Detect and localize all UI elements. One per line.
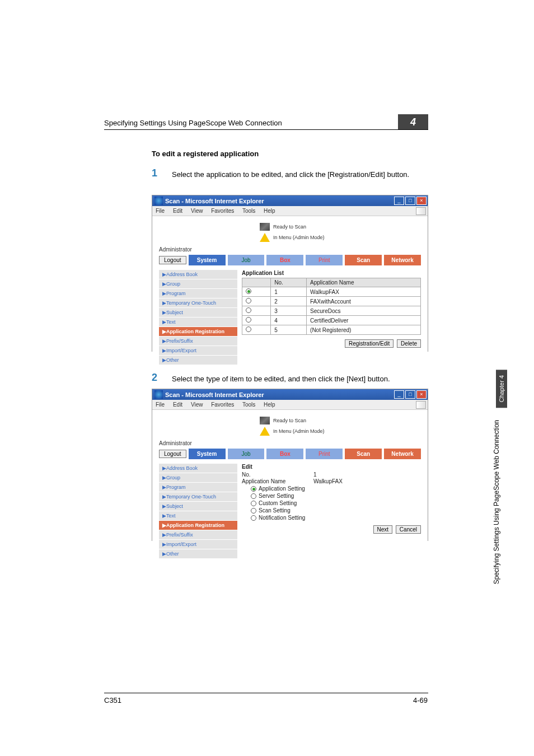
cell-no: 4 (271, 316, 307, 325)
sidebar-item-address-book[interactable]: ▶Address Book (159, 464, 237, 473)
sidebar-item-text[interactable]: ▶Text (159, 511, 237, 521)
cell-name: SecureDocs (307, 306, 421, 316)
tab-print[interactable]: Print (306, 449, 343, 459)
registration-edit-button[interactable]: Registration/Edit (345, 339, 394, 348)
step-text-2: Select the type of item to be edited, an… (172, 374, 435, 384)
sidebar-item-temporary[interactable]: ▶Temporary One-Touch (159, 492, 237, 502)
ie-menubar[interactable]: File Edit View Favorites Tools Help (152, 206, 428, 216)
delete-button[interactable]: Delete (397, 339, 421, 348)
radio-row-2[interactable] (246, 298, 251, 304)
sidebar-item-group[interactable]: ▶Group (159, 473, 237, 483)
tab-scan[interactable]: Scan (345, 449, 382, 459)
opt-custom-setting: Custom Setting (259, 500, 297, 506)
sidebar-item-program[interactable]: ▶Program (159, 289, 237, 298)
close-icon[interactable]: × (416, 197, 427, 205)
panel-heading: Application List (242, 270, 421, 276)
tab-system[interactable]: System (189, 255, 226, 265)
opt-notification-setting: Notification Setting (259, 515, 305, 521)
sidebar-item-temporary[interactable]: ▶Temporary One-Touch (159, 298, 237, 308)
device-icon (260, 223, 270, 231)
tab-box[interactable]: Box (266, 449, 303, 459)
menu-view[interactable]: View (191, 208, 203, 214)
footer-rule (104, 693, 428, 693)
sidebar-item-prefix[interactable]: ▶Prefix/Suffix (159, 530, 237, 540)
tab-scan[interactable]: Scan (345, 255, 382, 265)
sidebar-item-group[interactable]: ▶Group (159, 279, 237, 289)
radio-row-4[interactable] (246, 317, 251, 323)
table-row[interactable]: 1WalkupFAX (242, 287, 421, 297)
tab-job[interactable]: Job (228, 255, 265, 265)
menu-favorites[interactable]: Favorites (211, 208, 234, 214)
radio-app-setting[interactable] (251, 486, 256, 492)
sidebar-item-import-export[interactable]: ▶Import/Export (159, 346, 237, 356)
sidebar-item-prefix[interactable]: ▶Prefix/Suffix (159, 337, 237, 346)
side-menu: ▶Address Book ▶Group ▶Program ▶Temporary… (159, 464, 237, 559)
next-button[interactable]: Next (373, 525, 393, 534)
tab-job[interactable]: Job (228, 449, 265, 459)
maximize-icon[interactable]: □ (405, 197, 415, 205)
step-number-1: 1 (152, 167, 157, 179)
menu-favorites[interactable]: Favorites (211, 402, 234, 408)
radio-server-setting[interactable] (251, 493, 256, 499)
minimize-icon[interactable]: _ (394, 390, 404, 399)
menu-edit[interactable]: Edit (173, 402, 182, 408)
menu-tools[interactable]: Tools (242, 208, 255, 214)
radio-notification-setting[interactable] (251, 515, 256, 521)
cell-no: 3 (271, 306, 307, 316)
sidebar-item-app-registration[interactable]: ▶Application Registration (159, 327, 237, 337)
menu-tools[interactable]: Tools (242, 402, 255, 408)
status-ready: Ready to Scan (273, 224, 306, 230)
logout-button[interactable]: Logout (159, 450, 186, 458)
menu-help[interactable]: Help (264, 208, 275, 214)
sidebar-item-import-export[interactable]: ▶Import/Export (159, 540, 237, 549)
table-row[interactable]: 3SecureDocs (242, 306, 421, 316)
ie-menubar[interactable]: File Edit View Favorites Tools Help (152, 400, 428, 410)
opt-app-setting: Application Setting (259, 486, 305, 492)
menu-help[interactable]: Help (264, 402, 275, 408)
radio-row-5[interactable] (246, 326, 251, 332)
tab-network[interactable]: Network (384, 255, 421, 265)
sidebar-item-other[interactable]: ▶Other (159, 549, 237, 559)
close-icon[interactable]: × (416, 390, 427, 399)
tab-box[interactable]: Box (266, 255, 303, 265)
running-header: Specifying Settings Using PageScope Web … (104, 119, 282, 127)
warning-icon (260, 427, 270, 436)
window-title: Scan - Microsoft Internet Explorer (165, 391, 264, 398)
sidebar-item-subject[interactable]: ▶Subject (159, 308, 237, 318)
ie-throbber-icon (416, 401, 426, 409)
tab-network[interactable]: Network (384, 449, 421, 459)
tab-print[interactable]: Print (306, 255, 343, 265)
menu-edit[interactable]: Edit (173, 208, 182, 214)
status-mode: In Menu (Admin Mode) (273, 235, 325, 240)
radio-custom-setting[interactable] (251, 501, 256, 506)
footer-page: 4-69 (413, 696, 428, 704)
section-title: To edit a registered application (152, 150, 259, 158)
sidebar-item-program[interactable]: ▶Program (159, 483, 237, 492)
radio-scan-setting[interactable] (251, 508, 256, 514)
table-row[interactable]: 5(Not Registered) (242, 325, 421, 335)
cell-name: WalkupFAX (307, 287, 421, 297)
status-mode: In Menu (Admin Mode) (273, 428, 325, 434)
maximize-icon[interactable]: □ (405, 390, 415, 399)
tab-system[interactable]: System (189, 449, 226, 459)
minimize-icon[interactable]: _ (394, 197, 404, 205)
window-title: Scan - Microsoft Internet Explorer (165, 198, 264, 204)
sidebar-item-app-registration[interactable]: ▶Application Registration (159, 521, 237, 530)
sidebar-item-other[interactable]: ▶Other (159, 356, 237, 365)
sidebar-item-address-book[interactable]: ▶Address Book (159, 270, 237, 279)
radio-row-1[interactable] (246, 288, 251, 294)
menu-view[interactable]: View (191, 402, 203, 408)
sidebar-item-subject[interactable]: ▶Subject (159, 502, 237, 511)
logout-button[interactable]: Logout (159, 256, 186, 264)
col-no: No. (271, 278, 307, 287)
sidebar-item-text[interactable]: ▶Text (159, 318, 237, 327)
status-ready: Ready to Scan (273, 418, 306, 423)
menu-file[interactable]: File (156, 208, 165, 214)
menu-file[interactable]: File (156, 402, 165, 408)
table-row[interactable]: 4CertifiedDeliver (242, 316, 421, 325)
cancel-button[interactable]: Cancel (396, 525, 421, 534)
admin-label: Administrator (159, 440, 421, 446)
cell-no: 1 (271, 287, 307, 297)
table-row[interactable]: 2FAXwithAccount (242, 297, 421, 306)
radio-row-3[interactable] (246, 307, 251, 313)
